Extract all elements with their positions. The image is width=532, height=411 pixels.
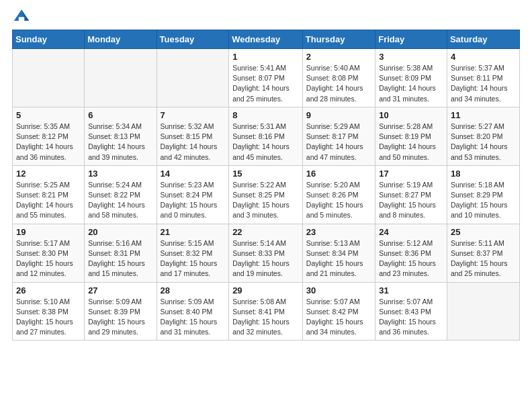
day-info: Sunrise: 5:23 AMSunset: 8:24 PMDaylight:… — [161, 180, 226, 221]
day-info: Sunrise: 5:20 AMSunset: 8:26 PMDaylight:… — [306, 180, 371, 221]
week-row-3: 12Sunrise: 5:25 AMSunset: 8:21 PMDayligh… — [13, 165, 520, 224]
day-cell: 23Sunrise: 5:13 AMSunset: 8:34 PMDayligh… — [302, 224, 375, 282]
day-number: 25 — [451, 227, 516, 237]
col-header-wednesday: Wednesday — [229, 30, 303, 49]
day-cell: 25Sunrise: 5:11 AMSunset: 8:37 PMDayligh… — [447, 224, 519, 282]
day-cell — [85, 49, 157, 107]
day-cell — [13, 49, 85, 107]
day-info: Sunrise: 5:14 AMSunset: 8:33 PMDaylight:… — [232, 238, 299, 279]
day-info: Sunrise: 5:38 AMSunset: 8:09 PMDaylight:… — [379, 63, 443, 104]
day-cell: 11Sunrise: 5:27 AMSunset: 8:20 PMDayligh… — [447, 107, 519, 165]
day-info: Sunrise: 5:40 AMSunset: 8:08 PMDaylight:… — [306, 63, 371, 104]
day-info: Sunrise: 5:32 AMSunset: 8:15 PMDaylight:… — [161, 122, 226, 163]
day-info: Sunrise: 5:07 AMSunset: 8:42 PMDaylight:… — [306, 297, 371, 338]
day-info: Sunrise: 5:16 AMSunset: 8:31 PMDaylight:… — [88, 238, 152, 279]
day-info: Sunrise: 5:27 AMSunset: 8:20 PMDaylight:… — [451, 122, 516, 163]
day-cell: 7Sunrise: 5:32 AMSunset: 8:15 PMDaylight… — [157, 107, 229, 165]
week-row-4: 19Sunrise: 5:17 AMSunset: 8:30 PMDayligh… — [13, 224, 520, 282]
day-number: 1 — [232, 52, 299, 62]
day-cell: 27Sunrise: 5:09 AMSunset: 8:39 PMDayligh… — [85, 282, 157, 340]
day-cell: 31Sunrise: 5:07 AMSunset: 8:43 PMDayligh… — [375, 282, 447, 340]
day-number: 16 — [306, 169, 371, 179]
day-number: 9 — [306, 110, 371, 120]
day-cell: 30Sunrise: 5:07 AMSunset: 8:42 PMDayligh… — [302, 282, 375, 340]
day-cell: 24Sunrise: 5:12 AMSunset: 8:36 PMDayligh… — [375, 224, 447, 282]
svg-rect-2 — [19, 17, 24, 21]
day-cell: 21Sunrise: 5:15 AMSunset: 8:32 PMDayligh… — [157, 224, 229, 282]
day-info: Sunrise: 5:41 AMSunset: 8:07 PMDaylight:… — [232, 63, 299, 104]
day-info: Sunrise: 5:17 AMSunset: 8:30 PMDaylight:… — [16, 238, 81, 279]
calendar-table: SundayMondayTuesdayWednesdayThursdayFrid… — [12, 30, 520, 340]
day-cell: 5Sunrise: 5:35 AMSunset: 8:12 PMDaylight… — [13, 107, 85, 165]
day-number: 2 — [306, 52, 371, 62]
day-cell: 1Sunrise: 5:41 AMSunset: 8:07 PMDaylight… — [229, 49, 303, 107]
day-cell: 28Sunrise: 5:09 AMSunset: 8:40 PMDayligh… — [157, 282, 229, 340]
day-cell: 3Sunrise: 5:38 AMSunset: 8:09 PMDaylight… — [375, 49, 447, 107]
day-number: 28 — [161, 285, 226, 295]
day-cell: 10Sunrise: 5:28 AMSunset: 8:19 PMDayligh… — [375, 107, 447, 165]
day-cell: 8Sunrise: 5:31 AMSunset: 8:16 PMDaylight… — [229, 107, 303, 165]
day-cell — [447, 282, 519, 340]
day-cell: 13Sunrise: 5:24 AMSunset: 8:22 PMDayligh… — [85, 165, 157, 224]
week-row-1: 1Sunrise: 5:41 AMSunset: 8:07 PMDaylight… — [13, 49, 520, 107]
header — [12, 7, 520, 26]
day-number: 18 — [451, 169, 516, 179]
day-cell: 26Sunrise: 5:10 AMSunset: 8:38 PMDayligh… — [13, 282, 85, 340]
day-cell: 29Sunrise: 5:08 AMSunset: 8:41 PMDayligh… — [229, 282, 303, 340]
day-info: Sunrise: 5:19 AMSunset: 8:27 PMDaylight:… — [379, 180, 443, 221]
day-number: 24 — [379, 227, 443, 237]
col-header-monday: Monday — [85, 30, 157, 49]
col-header-friday: Friday — [375, 30, 447, 49]
week-row-2: 5Sunrise: 5:35 AMSunset: 8:12 PMDaylight… — [13, 107, 520, 165]
day-number: 8 — [232, 110, 299, 120]
day-number: 11 — [451, 110, 516, 120]
day-cell: 19Sunrise: 5:17 AMSunset: 8:30 PMDayligh… — [13, 224, 85, 282]
day-info: Sunrise: 5:22 AMSunset: 8:25 PMDaylight:… — [232, 180, 299, 221]
day-info: Sunrise: 5:25 AMSunset: 8:21 PMDaylight:… — [16, 180, 81, 221]
day-info: Sunrise: 5:24 AMSunset: 8:22 PMDaylight:… — [88, 180, 152, 221]
day-info: Sunrise: 5:10 AMSunset: 8:38 PMDaylight:… — [16, 297, 81, 338]
day-number: 20 — [88, 227, 152, 237]
day-number: 6 — [88, 110, 152, 120]
day-number: 21 — [161, 227, 226, 237]
day-number: 29 — [232, 285, 299, 295]
day-info: Sunrise: 5:13 AMSunset: 8:34 PMDaylight:… — [306, 238, 371, 279]
day-cell: 16Sunrise: 5:20 AMSunset: 8:26 PMDayligh… — [302, 165, 375, 224]
day-number: 26 — [16, 285, 81, 295]
day-cell: 12Sunrise: 5:25 AMSunset: 8:21 PMDayligh… — [13, 165, 85, 224]
day-info: Sunrise: 5:35 AMSunset: 8:12 PMDaylight:… — [16, 122, 81, 163]
day-number: 23 — [306, 227, 371, 237]
day-cell — [157, 49, 229, 107]
col-header-saturday: Saturday — [447, 30, 519, 49]
day-cell: 6Sunrise: 5:34 AMSunset: 8:13 PMDaylight… — [85, 107, 157, 165]
day-cell: 18Sunrise: 5:18 AMSunset: 8:29 PMDayligh… — [447, 165, 519, 224]
day-number: 14 — [161, 169, 226, 179]
week-row-5: 26Sunrise: 5:10 AMSunset: 8:38 PMDayligh… — [13, 282, 520, 340]
day-cell: 22Sunrise: 5:14 AMSunset: 8:33 PMDayligh… — [229, 224, 303, 282]
logo-icon — [12, 7, 31, 26]
day-cell: 2Sunrise: 5:40 AMSunset: 8:08 PMDaylight… — [302, 49, 375, 107]
col-header-thursday: Thursday — [302, 30, 375, 49]
day-number: 22 — [232, 227, 299, 237]
day-info: Sunrise: 5:11 AMSunset: 8:37 PMDaylight:… — [451, 238, 516, 279]
day-number: 3 — [379, 52, 443, 62]
day-info: Sunrise: 5:12 AMSunset: 8:36 PMDaylight:… — [379, 238, 443, 279]
day-info: Sunrise: 5:29 AMSunset: 8:17 PMDaylight:… — [306, 122, 371, 163]
day-cell: 9Sunrise: 5:29 AMSunset: 8:17 PMDaylight… — [302, 107, 375, 165]
calendar-header-row: SundayMondayTuesdayWednesdayThursdayFrid… — [13, 30, 520, 49]
logo — [12, 7, 34, 26]
day-number: 15 — [232, 169, 299, 179]
day-number: 12 — [16, 169, 81, 179]
day-info: Sunrise: 5:31 AMSunset: 8:16 PMDaylight:… — [232, 122, 299, 163]
day-info: Sunrise: 5:15 AMSunset: 8:32 PMDaylight:… — [161, 238, 226, 279]
day-info: Sunrise: 5:18 AMSunset: 8:29 PMDaylight:… — [451, 180, 516, 221]
day-number: 30 — [306, 285, 371, 295]
day-number: 4 — [451, 52, 516, 62]
day-cell: 15Sunrise: 5:22 AMSunset: 8:25 PMDayligh… — [229, 165, 303, 224]
day-info: Sunrise: 5:08 AMSunset: 8:41 PMDaylight:… — [232, 297, 299, 338]
day-cell: 17Sunrise: 5:19 AMSunset: 8:27 PMDayligh… — [375, 165, 447, 224]
day-info: Sunrise: 5:34 AMSunset: 8:13 PMDaylight:… — [88, 122, 152, 163]
day-info: Sunrise: 5:37 AMSunset: 8:11 PMDaylight:… — [451, 63, 516, 104]
day-number: 17 — [379, 169, 443, 179]
day-info: Sunrise: 5:09 AMSunset: 8:39 PMDaylight:… — [88, 297, 152, 338]
